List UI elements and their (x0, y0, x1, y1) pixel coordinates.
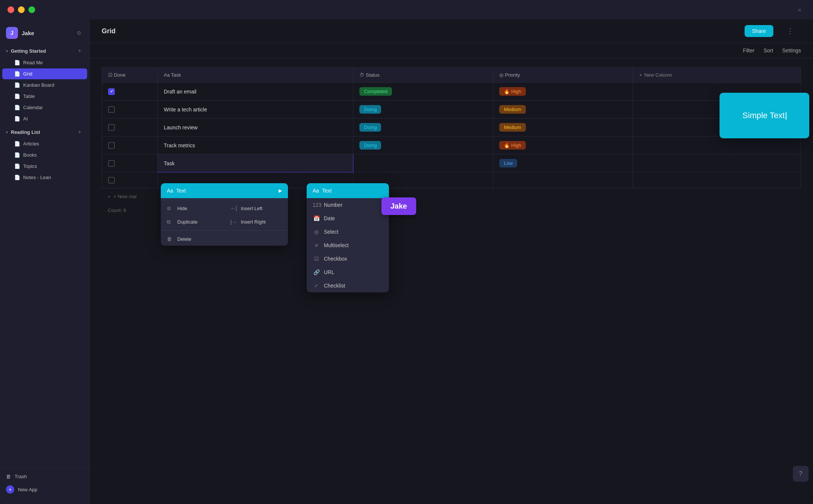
sidebar-item-topics[interactable]: 📄 Topics (2, 161, 87, 172)
priority-cell[interactable]: Medium (493, 101, 633, 119)
type-menu-header[interactable]: Aa Text (307, 183, 389, 198)
help-button[interactable]: ? (793, 466, 809, 482)
sidebar-item-ai[interactable]: 📄 AI (2, 113, 87, 124)
insert-left-menu-item[interactable]: ←| Insert Left (224, 202, 288, 215)
sidebar-section-reading-list: ▾ Reading List + 📄 Articles 📄 Books 📄 To… (0, 126, 89, 183)
hide-menu-item[interactable]: ⊘ Hide (161, 202, 224, 215)
done-checkbox[interactable] (108, 160, 115, 167)
type-checkbox[interactable]: ☑ Checkbox (307, 252, 389, 265)
traffic-lights (7, 6, 35, 13)
sidebar-item-calendar[interactable]: 📄 Calendar (2, 102, 87, 113)
done-cell[interactable] (102, 172, 158, 188)
type-aa-icon: Aa (313, 188, 319, 194)
section-header-getting-started[interactable]: ▾ Getting Started + (0, 45, 89, 57)
grid-container: ☑ Done Aa Task ⏱ Status ◎ Priority (90, 58, 813, 504)
context-menu-left: Aa Text ▶ ⊘ Hide ←| Insert Left ⧉ Duplic… (161, 183, 288, 246)
settings-button[interactable]: Settings (782, 47, 801, 53)
sidebar-item-table[interactable]: 📄 Table (2, 91, 87, 102)
done-cell[interactable] (102, 101, 158, 119)
done-checkbox[interactable] (108, 124, 115, 131)
status-cell[interactable]: Doing (353, 136, 493, 154)
share-button[interactable]: Share (745, 25, 773, 37)
collapse-sidebar-button[interactable]: « (794, 4, 806, 16)
status-badge: Doing (359, 141, 381, 150)
priority-cell[interactable] (493, 172, 633, 188)
status-badge: Doing (359, 105, 381, 114)
done-checkbox[interactable] (108, 88, 115, 95)
new-col-cell[interactable] (633, 172, 801, 188)
done-checkbox[interactable] (108, 106, 115, 113)
done-cell[interactable] (102, 119, 158, 136)
sidebar-item-articles[interactable]: 📄 Articles (2, 138, 87, 149)
sort-button[interactable]: Sort (764, 47, 773, 53)
type-select[interactable]: ◎ Select (307, 225, 389, 239)
insert-right-icon: |→ (230, 219, 237, 225)
type-date[interactable]: 📅 Date (307, 212, 389, 225)
jake-tooltip: Jake (381, 197, 416, 215)
duplicate-menu-item[interactable]: ⧉ Duplicate (161, 215, 224, 229)
cursor-blink (786, 112, 786, 120)
sidebar-item-kanban-board[interactable]: 📄 Kanban Board (2, 80, 87, 90)
filter-button[interactable]: Filter (743, 47, 755, 53)
priority-cell[interactable]: Medium (493, 119, 633, 136)
col-done[interactable]: ☑ Done (102, 68, 158, 83)
col-priority[interactable]: ◎ Priority (493, 68, 633, 83)
col-status[interactable]: ⏱ Status (353, 68, 493, 83)
user-profile[interactable]: J Jake ⚙ (0, 24, 89, 42)
new-app-item[interactable]: + New App (0, 482, 89, 497)
done-checkbox[interactable] (108, 142, 115, 149)
delete-menu-item[interactable]: 🗑 Delete (161, 232, 288, 246)
priority-cell[interactable]: 🔥 High (493, 83, 633, 101)
done-cell[interactable] (102, 154, 158, 172)
new-col-cell[interactable] (633, 154, 801, 172)
close-button[interactable] (7, 6, 14, 13)
task-input[interactable] (164, 160, 347, 166)
priority-cell[interactable]: 🔥 High (493, 136, 633, 154)
type-number[interactable]: 123 Number (307, 198, 389, 212)
settings-icon[interactable]: ⚙ (74, 28, 83, 37)
section-header-reading-list[interactable]: ▾ Reading List + (0, 126, 89, 138)
status-cell[interactable]: Doing (353, 101, 493, 119)
target-icon: ◎ (499, 72, 503, 78)
sidebar-item-label: Grid (23, 71, 33, 77)
sidebar-item-notes-lean[interactable]: 📄 Notes - Lean (2, 172, 87, 183)
task-cell[interactable]: Write a tech article (158, 101, 353, 119)
plus-icon: + (639, 72, 642, 78)
priority-cell[interactable]: Low (493, 154, 633, 172)
done-cell[interactable] (102, 136, 158, 154)
task-cell[interactable]: Track metrics (158, 136, 353, 154)
doc-icon: 📄 (14, 175, 20, 180)
insert-right-menu-item[interactable]: |→ Insert Right (224, 215, 288, 229)
more-options-button[interactable]: ⋮ (779, 24, 801, 38)
status-cell[interactable]: Completed (353, 83, 493, 101)
table-row: Draft an email Completed 🔥 High (102, 83, 801, 101)
task-cell[interactable]: Launch review (158, 119, 353, 136)
type-multiselect[interactable]: ≡ Multiselect (307, 239, 389, 252)
type-checklist[interactable]: ✓ Checklist (307, 279, 389, 292)
insert-right-label: Insert Right (241, 219, 266, 225)
minimize-button[interactable] (18, 6, 25, 13)
new-col-cell[interactable] (633, 136, 801, 154)
col-task[interactable]: Aa Task (158, 68, 353, 83)
trash-item[interactable]: 🗑 Trash (0, 471, 89, 482)
text-type-header[interactable]: Aa Text ▶ (161, 183, 288, 198)
sidebar-item-grid[interactable]: 📄 Grid (2, 68, 87, 79)
sidebar-item-books[interactable]: 📄 Books (2, 150, 87, 160)
arrow-icon: ▶ (279, 188, 282, 193)
col-new-column[interactable]: + New Column (633, 68, 801, 83)
menu-divider (161, 230, 288, 231)
task-cell[interactable]: Draft an email (158, 83, 353, 101)
status-cell[interactable]: Doing (353, 119, 493, 136)
done-cell[interactable] (102, 83, 158, 101)
task-input-cell[interactable] (158, 154, 353, 172)
add-section-button[interactable]: + (76, 47, 83, 55)
add-section-button[interactable]: + (76, 128, 83, 136)
trash-label: Trash (15, 474, 27, 479)
sidebar-item-read-me[interactable]: 📄 Read Me (2, 57, 87, 68)
status-cell[interactable] (353, 154, 493, 172)
done-checkbox[interactable] (108, 177, 115, 184)
toolbar: Filter Sort Settings (90, 43, 813, 58)
type-url[interactable]: 🔗 URL (307, 265, 389, 279)
priority-badge: 🔥 High (499, 87, 525, 96)
maximize-button[interactable] (28, 6, 35, 13)
